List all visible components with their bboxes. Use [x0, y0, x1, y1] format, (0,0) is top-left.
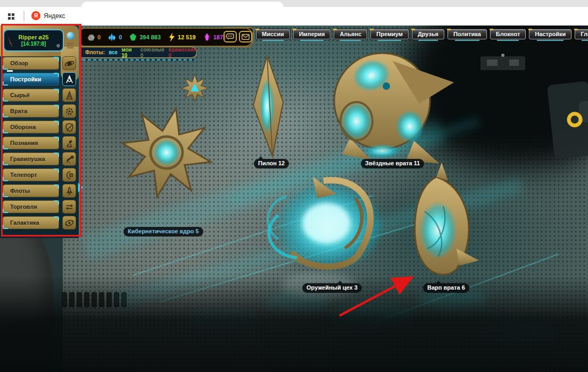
resource-crystal: 0: [107, 33, 122, 41]
fleet-filter-bar: Флоты: все мои 10 союзные 0 вражеские 0: [81, 47, 197, 58]
sidebar-tile-teleport[interactable]: [62, 168, 76, 182]
map-label-cybernetic-core[interactable]: Кибернетическое ядро 5: [123, 227, 203, 236]
sidebar-item-trade[interactable]: Торговля: [3, 200, 59, 213]
nav-missions[interactable]: Миссии: [256, 29, 290, 39]
bookmarks-separator: [23, 11, 24, 21]
sidebar-item-gravgun[interactable]: Гравипушка: [3, 153, 59, 165]
portal-icon: [64, 170, 74, 180]
sidebar-tile-galaxy[interactable]: [62, 216, 76, 230]
gear-icon: [64, 106, 74, 116]
nav-home[interactable]: Главная: [575, 29, 588, 39]
fleet-filter-enemy[interactable]: вражеские 0: [169, 47, 196, 58]
sidebar-tile-gravgun[interactable]: [62, 152, 76, 166]
sidebar-row-trade: Торговля: [3, 200, 77, 214]
sidebar-row-research: Познания: [3, 136, 77, 150]
sidebar-tile-research[interactable]: [62, 136, 76, 150]
sidebar-item-raw[interactable]: Сырьё: [3, 89, 59, 102]
warp-gate-structure[interactable]: [415, 163, 479, 275]
player-name: Ripper ⌀25: [19, 34, 49, 41]
player-coords: [14:197:8]: [21, 41, 46, 47]
mail-button[interactable]: [239, 31, 252, 43]
dark-region-bottom: [0, 275, 588, 372]
sidebar-item-galaxy[interactable]: Галактика: [3, 216, 59, 229]
player-settings-gear-icon[interactable]: ⚙: [56, 44, 60, 48]
sidebar-item-gates[interactable]: Врата: [3, 105, 59, 117]
nav-notebook[interactable]: Блокнот: [490, 29, 526, 39]
sidebar-row-buildings: Постройки: [3, 72, 77, 86]
speech-dots-icon: [226, 33, 234, 40]
crane-hook-icon: [64, 74, 74, 84]
small-structure[interactable]: [181, 75, 209, 102]
rocket-icon: [64, 186, 74, 196]
player-plate[interactable]: Ripper ⌀25 [14:197:8] ⚙: [3, 29, 64, 52]
distant-base-structure: [481, 54, 525, 70]
sidebar-tile-fleets[interactable]: [62, 184, 76, 198]
fleet-filter-allied[interactable]: союзные 0: [140, 47, 165, 58]
sidebar-row-fleets: Флоты: [3, 184, 77, 198]
sidebar-item-overview[interactable]: Обзор: [3, 57, 59, 70]
resource-antimatter: 1873: [203, 33, 226, 41]
planet-ring-icon: [64, 58, 74, 69]
yandex-bookmark[interactable]: Яндекс: [44, 12, 65, 20]
galaxy-icon: [64, 218, 74, 228]
resource-stone: 0: [86, 33, 101, 41]
mine-rig-icon: [64, 90, 74, 100]
vent-lines: [67, 43, 73, 49]
sidebar-row-overview: Обзор: [3, 56, 77, 70]
cannon-icon: [64, 154, 74, 164]
green-gem-icon: [129, 33, 137, 41]
nav-empire[interactable]: Империя: [293, 29, 331, 39]
sidebar-row-galaxy: Галактика: [3, 216, 77, 230]
resource-gem: 394 883: [129, 33, 161, 41]
yandex-favicon[interactable]: Я: [31, 11, 40, 20]
star-gate-structure[interactable]: [334, 53, 454, 164]
map-label-weapon-shop[interactable]: Оружейный цех 3: [302, 283, 362, 293]
sidebar-collapse-handle[interactable]: [78, 183, 83, 192]
envelope-icon: [242, 34, 250, 40]
chat-button[interactable]: [223, 31, 237, 43]
apps-grid-icon[interactable]: [7, 13, 15, 20]
sidebar-item-research[interactable]: Познания: [3, 137, 59, 149]
exchange-arrows-icon: [64, 202, 74, 212]
nav-friends[interactable]: Друзья: [412, 29, 444, 39]
nav-alliance[interactable]: Альянс: [334, 29, 367, 39]
sidebar-item-defense[interactable]: Оборона: [3, 121, 59, 133]
sidebar-item-teleport[interactable]: Телепорт: [3, 168, 59, 181]
fleet-filter-mine[interactable]: мои 10: [121, 47, 137, 58]
sidebar-tile-defense[interactable]: [62, 120, 76, 134]
nav-politics[interactable]: Политика: [448, 29, 487, 39]
sidebar-tile-trade[interactable]: [62, 200, 76, 214]
fleet-filter-all[interactable]: все: [109, 49, 118, 55]
fleet-label: Флоты:: [85, 49, 105, 55]
sidebar-tile-overview[interactable]: [62, 56, 76, 70]
yellow-ring-marker: [569, 114, 581, 125]
sidebar-row-raw: Сырьё: [3, 88, 77, 102]
game-map[interactable]: Пилон 12 Звёздные врата 11 Кибернетическ…: [0, 26, 588, 372]
sidebar-item-buildings[interactable]: Постройки: [3, 73, 59, 86]
sidebar-row-defense: Оборона: [3, 120, 77, 134]
purple-crystal-icon: [203, 33, 211, 41]
sidebar-item-fleets[interactable]: Флоты: [3, 184, 59, 197]
sidebar-tile-buildings[interactable]: [62, 72, 76, 86]
active-marker: [7, 70, 13, 72]
sidebar-row-gates: Врата: [3, 104, 77, 118]
map-label-warp-gate[interactable]: Варп врата 6: [423, 283, 469, 293]
sidebar-row-teleport: Телепорт: [3, 168, 77, 182]
pylon-structure[interactable]: [253, 56, 283, 157]
cybernetic-core-structure[interactable]: [113, 99, 220, 206]
lightning-icon: [168, 33, 176, 41]
map-label-pylon[interactable]: Пилон 12: [254, 159, 289, 168]
sidebar-row-gravgun: Гравипушка: [3, 152, 77, 166]
resource-energy: 12 519: [168, 33, 196, 41]
nav-settings[interactable]: Настройки: [529, 29, 572, 39]
stone-icon: [86, 33, 95, 41]
sidebar-tile-gates[interactable]: [62, 104, 76, 118]
blue-crystal-icon: [107, 33, 117, 41]
map-label-star-gate[interactable]: Звёздные врата 11: [361, 159, 424, 168]
status-orb[interactable]: [67, 32, 74, 40]
screen: Я Яндекс: [0, 0, 588, 372]
bookmarks-bar: Я Яндекс: [0, 7, 588, 26]
sidebar-tile-raw[interactable]: [62, 88, 76, 102]
nav-premium[interactable]: Премиум: [370, 29, 409, 39]
shield-icon: [64, 122, 74, 132]
